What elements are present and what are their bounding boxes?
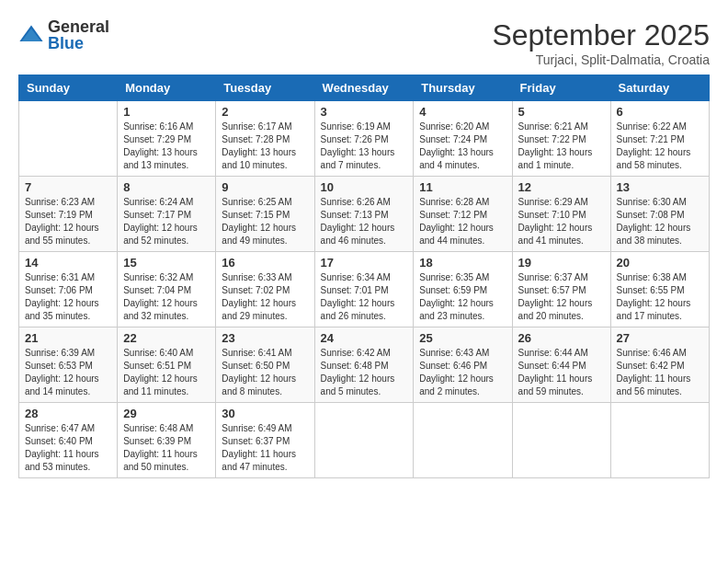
calendar-cell: [19, 101, 118, 177]
day-info: Sunrise: 6:23 AM Sunset: 7:19 PM Dayligh…: [25, 196, 111, 247]
calendar-cell: [314, 403, 414, 478]
day-number: 17: [321, 256, 408, 270]
day-info: Sunrise: 6:39 AM Sunset: 6:53 PM Dayligh…: [25, 347, 111, 398]
calendar: SundayMondayTuesdayWednesdayThursdayFrid…: [18, 75, 710, 478]
day-number: 7: [25, 180, 111, 194]
location: Turjaci, Split-Dalmatia, Croatia: [492, 52, 710, 67]
day-info: Sunrise: 6:19 AM Sunset: 7:26 PM Dayligh…: [321, 121, 408, 172]
day-number: 27: [617, 331, 703, 345]
logo: General Blue: [18, 18, 109, 52]
day-number: 9: [222, 180, 308, 194]
header-day: Thursday: [414, 75, 512, 101]
calendar-cell: 12Sunrise: 6:29 AM Sunset: 7:10 PM Dayli…: [512, 177, 610, 252]
calendar-cell: 18Sunrise: 6:35 AM Sunset: 6:59 PM Dayli…: [414, 252, 512, 327]
day-number: 29: [123, 407, 210, 420]
day-number: 16: [222, 256, 308, 270]
day-info: Sunrise: 6:38 AM Sunset: 6:55 PM Dayligh…: [617, 271, 703, 323]
calendar-cell: 15Sunrise: 6:32 AM Sunset: 7:04 PM Dayli…: [118, 252, 216, 327]
day-number: 26: [518, 331, 605, 345]
calendar-cell: 3Sunrise: 6:19 AM Sunset: 7:26 PM Daylig…: [314, 101, 414, 177]
day-info: Sunrise: 6:44 AM Sunset: 6:44 PM Dayligh…: [518, 347, 605, 398]
day-info: Sunrise: 6:28 AM Sunset: 7:12 PM Dayligh…: [419, 196, 506, 247]
day-number: 23: [222, 331, 308, 345]
day-info: Sunrise: 6:47 AM Sunset: 6:40 PM Dayligh…: [25, 422, 111, 474]
day-info: Sunrise: 6:30 AM Sunset: 7:08 PM Dayligh…: [617, 196, 703, 247]
day-number: 8: [123, 180, 210, 194]
header-day: Tuesday: [216, 75, 314, 101]
calendar-cell: 27Sunrise: 6:46 AM Sunset: 6:42 PM Dayli…: [610, 327, 709, 403]
day-number: 11: [419, 180, 506, 194]
calendar-cell: 6Sunrise: 6:22 AM Sunset: 7:21 PM Daylig…: [610, 101, 709, 177]
calendar-week-row: 28Sunrise: 6:47 AM Sunset: 6:40 PM Dayli…: [19, 403, 710, 478]
calendar-cell: 20Sunrise: 6:38 AM Sunset: 6:55 PM Dayli…: [610, 252, 709, 327]
calendar-week-row: 21Sunrise: 6:39 AM Sunset: 6:53 PM Dayli…: [19, 327, 710, 403]
day-number: 4: [419, 105, 506, 119]
day-number: 21: [25, 331, 111, 345]
calendar-week-row: 7Sunrise: 6:23 AM Sunset: 7:19 PM Daylig…: [19, 177, 710, 252]
day-number: 3: [321, 105, 408, 119]
calendar-cell: 22Sunrise: 6:40 AM Sunset: 6:51 PM Dayli…: [118, 327, 216, 403]
calendar-cell: 26Sunrise: 6:44 AM Sunset: 6:44 PM Dayli…: [512, 327, 610, 403]
calendar-cell: 17Sunrise: 6:34 AM Sunset: 7:01 PM Dayli…: [314, 252, 414, 327]
title-block: September 2025 Turjaci, Split-Dalmatia, …: [492, 18, 710, 67]
header-day: Monday: [118, 75, 216, 101]
day-info: Sunrise: 6:42 AM Sunset: 6:48 PM Dayligh…: [321, 347, 408, 398]
day-info: Sunrise: 6:48 AM Sunset: 6:39 PM Dayligh…: [123, 422, 210, 474]
day-number: 25: [419, 331, 506, 345]
day-number: 14: [25, 256, 111, 270]
day-number: 20: [617, 256, 703, 270]
calendar-cell: 8Sunrise: 6:24 AM Sunset: 7:17 PM Daylig…: [118, 177, 216, 252]
day-number: 10: [321, 180, 408, 194]
day-number: 18: [419, 256, 506, 270]
day-info: Sunrise: 6:26 AM Sunset: 7:13 PM Dayligh…: [321, 196, 408, 247]
header-day: Wednesday: [314, 75, 414, 101]
day-info: Sunrise: 6:22 AM Sunset: 7:21 PM Dayligh…: [617, 121, 703, 172]
logo-icon: [18, 22, 44, 48]
calendar-cell: 1Sunrise: 6:16 AM Sunset: 7:29 PM Daylig…: [118, 101, 216, 177]
logo-text-general: General: [48, 18, 109, 35]
calendar-cell: 19Sunrise: 6:37 AM Sunset: 6:57 PM Dayli…: [512, 252, 610, 327]
day-info: Sunrise: 6:40 AM Sunset: 6:51 PM Dayligh…: [123, 347, 210, 398]
day-info: Sunrise: 6:34 AM Sunset: 7:01 PM Dayligh…: [321, 271, 408, 323]
calendar-cell: [512, 403, 610, 478]
calendar-cell: 24Sunrise: 6:42 AM Sunset: 6:48 PM Dayli…: [314, 327, 414, 403]
calendar-cell: 9Sunrise: 6:25 AM Sunset: 7:15 PM Daylig…: [216, 177, 314, 252]
day-number: 2: [222, 105, 308, 119]
page-header: General Blue September 2025 Turjaci, Spl…: [18, 18, 710, 67]
day-number: 1: [123, 105, 210, 119]
day-number: 30: [222, 407, 308, 420]
calendar-cell: [610, 403, 709, 478]
day-info: Sunrise: 6:21 AM Sunset: 7:22 PM Dayligh…: [518, 121, 605, 172]
header-day: Saturday: [610, 75, 709, 101]
calendar-cell: [414, 403, 512, 478]
day-number: 19: [518, 256, 605, 270]
day-number: 13: [617, 180, 703, 194]
day-info: Sunrise: 6:46 AM Sunset: 6:42 PM Dayligh…: [617, 347, 703, 398]
calendar-cell: 4Sunrise: 6:20 AM Sunset: 7:24 PM Daylig…: [414, 101, 512, 177]
month-title: September 2025: [492, 18, 710, 52]
day-info: Sunrise: 6:29 AM Sunset: 7:10 PM Dayligh…: [518, 196, 605, 247]
day-info: Sunrise: 6:25 AM Sunset: 7:15 PM Dayligh…: [222, 196, 308, 247]
day-info: Sunrise: 6:35 AM Sunset: 6:59 PM Dayligh…: [419, 271, 506, 323]
day-info: Sunrise: 6:16 AM Sunset: 7:29 PM Dayligh…: [123, 121, 210, 172]
logo-text-blue: Blue: [48, 35, 109, 52]
day-number: 12: [518, 180, 605, 194]
day-info: Sunrise: 6:24 AM Sunset: 7:17 PM Dayligh…: [123, 196, 210, 247]
day-info: Sunrise: 6:31 AM Sunset: 7:06 PM Dayligh…: [25, 271, 111, 323]
header-day: Friday: [512, 75, 610, 101]
calendar-cell: 2Sunrise: 6:17 AM Sunset: 7:28 PM Daylig…: [216, 101, 314, 177]
calendar-cell: 10Sunrise: 6:26 AM Sunset: 7:13 PM Dayli…: [314, 177, 414, 252]
day-number: 24: [321, 331, 408, 345]
calendar-cell: 11Sunrise: 6:28 AM Sunset: 7:12 PM Dayli…: [414, 177, 512, 252]
header-row: SundayMondayTuesdayWednesdayThursdayFrid…: [19, 75, 710, 101]
day-info: Sunrise: 6:33 AM Sunset: 7:02 PM Dayligh…: [222, 271, 308, 323]
calendar-cell: 14Sunrise: 6:31 AM Sunset: 7:06 PM Dayli…: [19, 252, 118, 327]
calendar-week-row: 14Sunrise: 6:31 AM Sunset: 7:06 PM Dayli…: [19, 252, 710, 327]
calendar-cell: 29Sunrise: 6:48 AM Sunset: 6:39 PM Dayli…: [118, 403, 216, 478]
day-number: 22: [123, 331, 210, 345]
calendar-week-row: 1Sunrise: 6:16 AM Sunset: 7:29 PM Daylig…: [19, 101, 710, 177]
day-info: Sunrise: 6:32 AM Sunset: 7:04 PM Dayligh…: [123, 271, 210, 323]
day-info: Sunrise: 6:41 AM Sunset: 6:50 PM Dayligh…: [222, 347, 308, 398]
day-number: 5: [518, 105, 605, 119]
day-info: Sunrise: 6:20 AM Sunset: 7:24 PM Dayligh…: [419, 121, 506, 172]
